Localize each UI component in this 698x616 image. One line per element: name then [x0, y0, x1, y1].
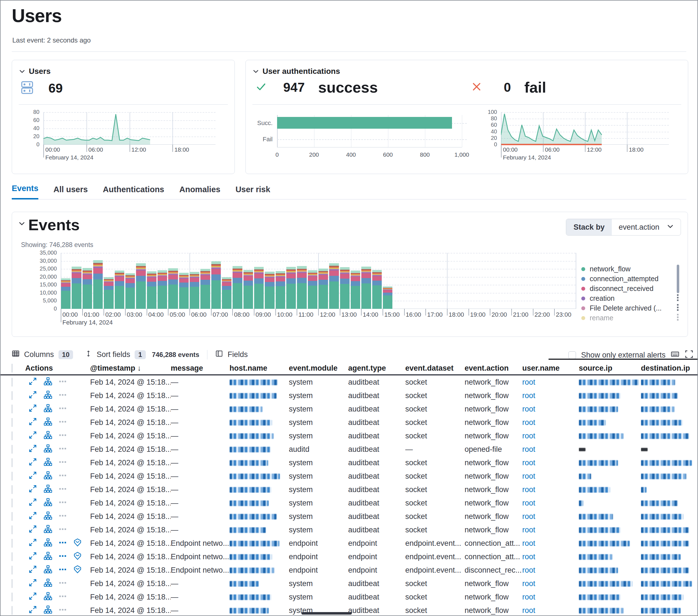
cell-user-name[interactable]: root: [522, 526, 579, 534]
chevron-down-icon[interactable]: [18, 220, 26, 227]
more-actions-icon[interactable]: [59, 485, 67, 495]
analyze-event-icon[interactable]: [44, 444, 52, 455]
more-actions-icon[interactable]: [59, 579, 67, 589]
row-checkbox[interactable]: [12, 606, 12, 615]
row-checkbox[interactable]: [12, 592, 12, 601]
expand-event-icon[interactable]: [29, 417, 37, 428]
column-header-event.dataset[interactable]: event.dataset: [405, 364, 464, 373]
row-checkbox[interactable]: [12, 458, 12, 467]
expand-event-icon[interactable]: [29, 390, 37, 401]
legend-item[interactable]: creation: [581, 293, 680, 303]
osquery-icon[interactable]: [73, 538, 82, 548]
analyze-event-icon[interactable]: [44, 431, 52, 441]
more-actions-icon[interactable]: [59, 606, 67, 615]
cell-user-name[interactable]: root: [522, 606, 579, 615]
legend-item[interactable]: File Delete archived (...: [581, 303, 680, 313]
more-actions-icon[interactable]: [59, 471, 67, 481]
column-header-source.ip[interactable]: source.ip: [579, 364, 641, 373]
cell-user-name[interactable]: root: [522, 553, 579, 561]
external-alerts-checkbox[interactable]: [569, 352, 576, 359]
osquery-icon[interactable]: [73, 565, 82, 575]
more-actions-icon[interactable]: [59, 391, 67, 401]
cell-user-name[interactable]: root: [522, 459, 579, 467]
expand-event-icon[interactable]: [29, 485, 37, 495]
row-checkbox[interactable]: [12, 485, 12, 494]
tab-user-risk[interactable]: User risk: [235, 185, 270, 199]
row-checkbox[interactable]: [12, 499, 12, 507]
chevron-down-icon[interactable]: [252, 68, 259, 75]
cell-user-name[interactable]: root: [522, 539, 579, 548]
more-actions-icon[interactable]: [59, 512, 67, 521]
analyze-event-icon[interactable]: [44, 390, 52, 401]
analyze-event-icon[interactable]: [44, 605, 52, 616]
osquery-icon[interactable]: [73, 551, 82, 562]
stack-by-select[interactable]: event.action: [612, 219, 681, 235]
row-checkbox[interactable]: [12, 472, 12, 481]
expand-event-icon[interactable]: [29, 458, 37, 468]
column-header-destination.ip[interactable]: destination.ip: [641, 364, 697, 373]
more-actions-icon[interactable]: [59, 404, 67, 414]
expand-event-icon[interactable]: [29, 444, 37, 455]
cell-user-name[interactable]: root: [522, 391, 579, 400]
cell-user-name[interactable]: root: [522, 512, 579, 521]
expand-event-icon[interactable]: [29, 565, 37, 575]
column-header-host.name[interactable]: host.name: [229, 364, 289, 373]
expand-event-icon[interactable]: [29, 377, 37, 387]
row-checkbox[interactable]: [12, 512, 12, 521]
more-actions-icon[interactable]: [59, 418, 67, 428]
cell-user-name[interactable]: root: [522, 499, 579, 507]
row-checkbox[interactable]: [12, 418, 12, 427]
row-checkbox[interactable]: [12, 391, 12, 400]
legend-item-menu-icon[interactable]: [675, 314, 680, 321]
analyze-event-icon[interactable]: [44, 551, 52, 562]
column-header-@timestamp[interactable]: @timestamp ↓: [90, 364, 171, 373]
tab-authentications[interactable]: Authentications: [103, 185, 164, 199]
more-actions-icon[interactable]: [59, 458, 67, 468]
expand-event-icon[interactable]: [29, 404, 37, 414]
select-all-checkbox[interactable]: [12, 364, 12, 373]
cell-user-name[interactable]: root: [522, 445, 579, 454]
analyze-event-icon[interactable]: [44, 498, 52, 508]
column-header-event.action[interactable]: event.action: [464, 364, 522, 373]
row-checkbox[interactable]: [12, 445, 12, 454]
analyze-event-icon[interactable]: [44, 578, 52, 589]
analyze-event-icon[interactable]: [44, 471, 52, 482]
column-header-Actions[interactable]: Actions: [25, 364, 90, 373]
more-actions-icon[interactable]: [59, 445, 67, 454]
legend-item[interactable]: rename: [581, 313, 680, 321]
analyze-event-icon[interactable]: [44, 565, 52, 575]
analyze-event-icon[interactable]: [44, 404, 52, 414]
chevron-down-icon[interactable]: [19, 68, 26, 75]
columns-button[interactable]: Columns: [24, 350, 54, 359]
cell-user-name[interactable]: root: [522, 432, 579, 440]
analyze-event-icon[interactable]: [44, 538, 52, 548]
legend-item[interactable]: connection_attempted: [581, 274, 680, 284]
sort-fields-button[interactable]: Sort fields: [97, 350, 130, 359]
row-checkbox[interactable]: [12, 579, 12, 588]
horizontal-scrollbar[interactable]: [302, 612, 352, 615]
analyze-event-icon[interactable]: [44, 592, 52, 602]
cell-user-name[interactable]: root: [522, 472, 579, 481]
fields-button[interactable]: Fields: [227, 350, 248, 359]
analyze-event-icon[interactable]: [44, 525, 52, 535]
expand-event-icon[interactable]: [29, 498, 37, 508]
tab-anomalies[interactable]: Anomalies: [179, 185, 221, 199]
more-actions-icon[interactable]: [59, 565, 67, 575]
cell-user-name[interactable]: root: [522, 405, 579, 414]
legend-item[interactable]: disconnect_received: [581, 284, 680, 293]
expand-event-icon[interactable]: [29, 578, 37, 589]
row-checkbox[interactable]: [12, 525, 12, 534]
expand-event-icon[interactable]: [29, 592, 37, 602]
cell-user-name[interactable]: root: [522, 593, 579, 601]
column-header-user.name[interactable]: user.name: [522, 364, 579, 373]
row-checkbox[interactable]: [12, 539, 12, 548]
expand-event-icon[interactable]: [29, 538, 37, 548]
more-actions-icon[interactable]: [59, 377, 67, 387]
row-checkbox[interactable]: [12, 565, 12, 575]
cell-user-name[interactable]: root: [522, 566, 579, 575]
cell-user-name[interactable]: root: [522, 418, 579, 427]
expand-event-icon[interactable]: [29, 471, 37, 482]
more-actions-icon[interactable]: [59, 552, 67, 562]
analyze-event-icon[interactable]: [44, 511, 52, 522]
row-checkbox[interactable]: [12, 404, 12, 414]
